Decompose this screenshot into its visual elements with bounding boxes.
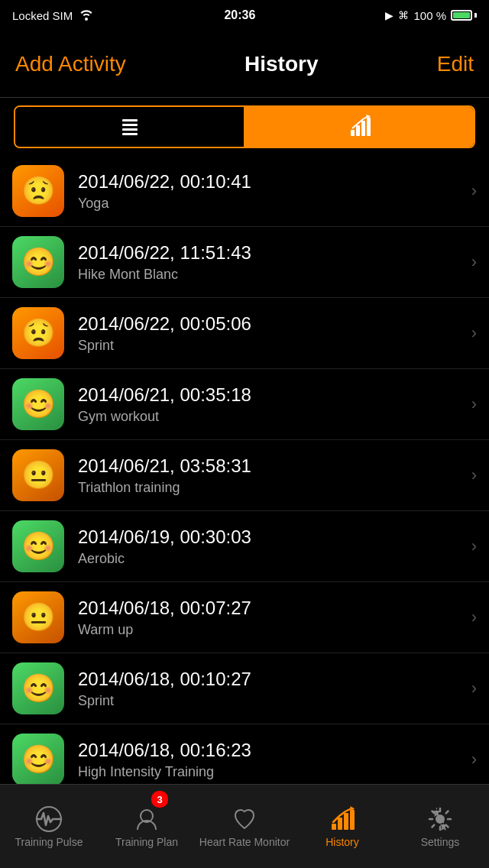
svg-rect-7	[367, 118, 371, 136]
svg-rect-3	[122, 133, 138, 135]
mood-icon: 😊	[12, 734, 64, 784]
activity-info: 2014/06/21, 00:35:18 Gym workout	[78, 384, 465, 425]
svg-rect-0	[122, 119, 138, 121]
view-toggle[interactable]	[14, 105, 475, 148]
tab-training-pulse[interactable]: Training Pulse	[0, 785, 98, 868]
list-view-button[interactable]	[15, 107, 245, 147]
bluetooth-icon: ⌘	[398, 9, 409, 21]
tab-history-label: History	[325, 836, 359, 848]
tab-training-plan-label: Training Plan	[115, 836, 178, 848]
history-icon	[329, 805, 356, 833]
activity-name: Aerobic	[78, 551, 465, 567]
activity-name: High Intensity Training	[78, 764, 465, 780]
activity-info: 2014/06/19, 00:30:03 Aerobic	[78, 526, 465, 567]
edit-button[interactable]: Edit	[437, 52, 474, 76]
activity-name: Warm up	[78, 622, 465, 638]
activity-datetime: 2014/06/18, 00:16:23	[78, 740, 465, 761]
chevron-right-icon: ›	[471, 536, 477, 556]
activity-info: 2014/06/22, 11:51:43 Hike Mont Blanc	[78, 242, 465, 283]
activity-datetime: 2014/06/21, 00:35:18	[78, 384, 465, 406]
svg-rect-2	[122, 128, 138, 131]
activity-name: Sprint	[78, 338, 465, 354]
tab-heart-rate-monitor[interactable]: Heart Rate Monitor	[196, 785, 293, 868]
training-plan-icon	[133, 805, 160, 833]
chart-icon	[346, 113, 374, 141]
svg-rect-11	[332, 824, 336, 830]
activity-datetime: 2014/06/22, 00:05:06	[78, 313, 465, 335]
settings-icon	[426, 805, 454, 833]
activity-row[interactable]: 😐 2014/06/21, 03:58:31 Triathlon trainin…	[0, 440, 489, 511]
svg-rect-4	[351, 130, 355, 136]
activity-name: Hike Mont Blanc	[78, 267, 465, 283]
activity-datetime: 2014/06/21, 03:58:31	[78, 455, 465, 477]
activity-name: Gym workout	[78, 409, 465, 425]
activity-list: 😟 2014/06/22, 00:10:41 Yoga › 😊 2014/06/…	[0, 156, 489, 784]
chevron-right-icon: ›	[471, 394, 477, 414]
svg-rect-13	[344, 813, 348, 830]
svg-rect-6	[361, 121, 365, 136]
svg-rect-5	[356, 125, 360, 136]
tab-settings[interactable]: Settings	[391, 785, 489, 868]
activity-datetime: 2014/06/18, 00:07:27	[78, 598, 465, 619]
mood-icon: 😊	[12, 662, 64, 714]
chevron-right-icon: ›	[471, 323, 477, 343]
activity-datetime: 2014/06/19, 00:30:03	[78, 526, 465, 548]
activity-row[interactable]: 😟 2014/06/22, 00:10:41 Yoga ›	[0, 156, 489, 227]
nav-bar: Add Activity History Edit	[0, 31, 489, 98]
status-right: ▶ ⌘ 100 %	[385, 9, 477, 22]
activity-name: Yoga	[78, 196, 465, 212]
svg-rect-1	[122, 124, 138, 126]
activity-info: 2014/06/22, 00:10:41 Yoga	[78, 171, 465, 212]
activity-row[interactable]: 😊 2014/06/18, 00:10:27 Sprint ›	[0, 653, 489, 724]
activity-row[interactable]: 😊 2014/06/18, 00:16:23 High Intensity Tr…	[0, 724, 489, 784]
page-title: History	[244, 52, 318, 76]
activity-datetime: 2014/06/22, 00:10:41	[78, 171, 465, 193]
tab-history[interactable]: History	[293, 785, 391, 868]
activity-name: Sprint	[78, 693, 465, 709]
add-activity-button[interactable]: Add Activity	[15, 52, 126, 76]
chevron-right-icon: ›	[471, 181, 477, 201]
tab-training-plan[interactable]: 3 Training Plan	[98, 785, 196, 868]
activity-row[interactable]: 😊 2014/06/21, 00:35:18 Gym workout ›	[0, 369, 489, 440]
svg-rect-12	[338, 818, 342, 830]
activity-row[interactable]: 😊 2014/06/22, 11:51:43 Hike Mont Blanc ›	[0, 227, 489, 298]
battery-icon	[451, 10, 477, 21]
battery-label: 100 %	[413, 9, 446, 22]
mood-icon: 😊	[12, 378, 64, 430]
activity-info: 2014/06/18, 00:07:27 Warm up	[78, 598, 465, 638]
activity-datetime: 2014/06/18, 00:10:27	[78, 669, 465, 690]
activity-info: 2014/06/22, 00:05:06 Sprint	[78, 313, 465, 354]
chevron-right-icon: ›	[471, 750, 477, 769]
mood-icon: 😟	[12, 307, 64, 359]
chevron-right-icon: ›	[471, 679, 477, 698]
chevron-right-icon: ›	[471, 252, 477, 272]
tab-heart-rate-label: Heart Rate Monitor	[199, 836, 290, 848]
mood-icon: 😐	[12, 591, 64, 643]
tab-bar: Training Pulse 3 Training Plan Heart Rat…	[0, 784, 489, 868]
heart-rate-icon	[231, 805, 258, 833]
status-bar: Locked SIM 20:36 ▶ ⌘ 100 %	[0, 0, 489, 31]
location-icon: ▶	[385, 9, 393, 21]
segment-control	[0, 98, 489, 156]
activity-datetime: 2014/06/22, 11:51:43	[78, 242, 465, 264]
mood-icon: 😟	[12, 165, 64, 217]
activity-row[interactable]: 😐 2014/06/18, 00:07:27 Warm up ›	[0, 582, 489, 653]
activity-row[interactable]: 😟 2014/06/22, 00:05:06 Sprint ›	[0, 298, 489, 369]
activity-row[interactable]: 😊 2014/06/19, 00:30:03 Aerobic ›	[0, 511, 489, 582]
list-icon	[116, 113, 144, 141]
carrier-label: Locked SIM	[12, 9, 73, 22]
training-plan-badge: 3	[151, 791, 168, 808]
chart-view-button[interactable]	[245, 107, 474, 147]
activity-info: 2014/06/21, 03:58:31 Triathlon training	[78, 455, 465, 496]
activity-info: 2014/06/18, 00:10:27 Sprint	[78, 669, 465, 709]
activity-info: 2014/06/18, 00:16:23 High Intensity Trai…	[78, 740, 465, 780]
status-left: Locked SIM	[12, 8, 94, 23]
training-pulse-icon	[35, 805, 63, 833]
chevron-right-icon: ›	[471, 465, 477, 485]
wifi-icon	[79, 8, 94, 23]
mood-icon: 😊	[12, 520, 64, 572]
activity-name: Triathlon training	[78, 480, 465, 496]
tab-settings-label: Settings	[421, 836, 460, 848]
status-time: 20:36	[224, 8, 255, 22]
mood-icon: 😐	[12, 449, 64, 501]
